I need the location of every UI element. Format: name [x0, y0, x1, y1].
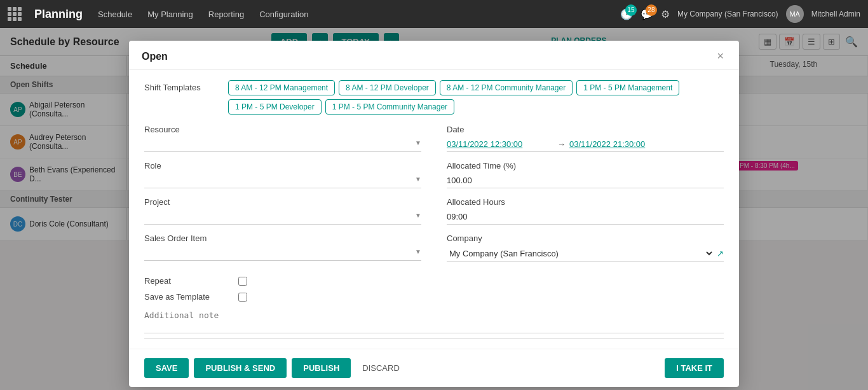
resource-label: Resource	[144, 125, 421, 134]
repeat-label: Repeat	[144, 276, 233, 286]
resource-input[interactable]	[144, 137, 421, 152]
allocated-hours-input[interactable]	[447, 209, 724, 225]
allocated-time-field: Allocated Time (%)	[447, 161, 724, 188]
i-take-it-button[interactable]: I TAKE IT	[665, 358, 724, 378]
additional-note-area	[144, 308, 724, 338]
external-link-icon[interactable]: ↗	[717, 249, 724, 258]
resource-field: Resource ▼	[144, 125, 421, 152]
shift-templates-section: Shift Templates 8 AM - 12 PM Management …	[144, 80, 724, 115]
role-input[interactable]	[144, 173, 421, 188]
sales-order-dropdown-arrow: ▼	[415, 248, 421, 255]
nav-link-schedule[interactable]: Schedule	[98, 10, 132, 19]
modal-footer: SAVE PUBLISH & SEND PUBLISH DISCARD I TA…	[129, 349, 739, 387]
role-dropdown-arrow: ▼	[415, 176, 421, 183]
discard-button[interactable]: DISCARD	[356, 358, 406, 378]
sales-order-item-field: Sales Order Item ▼	[144, 233, 421, 261]
project-field: Project ▼	[144, 197, 421, 225]
user-settings-icon[interactable]: ⚙	[661, 8, 670, 20]
modal-overlay: Open × Shift Templates 8 AM - 12 PM Mana…	[0, 28, 868, 390]
nav-link-configuration[interactable]: Configuration	[259, 10, 308, 19]
shift-template-btn-4[interactable]: 1 PM - 5 PM Developer	[228, 99, 322, 115]
additional-note-input[interactable]	[144, 308, 724, 333]
project-input[interactable]	[144, 209, 421, 225]
form-fields: Resource ▼ Role ▼	[144, 125, 724, 271]
project-input-wrap: ▼	[144, 209, 421, 225]
allocated-hours-label: Allocated Hours	[447, 197, 724, 207]
top-navbar: Planning Schedule My Planning Reporting …	[0, 0, 868, 28]
sales-order-input[interactable]	[144, 246, 421, 261]
company-field: Company My Company (San Francisco) ↗	[447, 233, 724, 262]
save-as-template-label: Save as Template	[144, 292, 233, 302]
publish-send-button[interactable]: PUBLISH & SEND	[194, 358, 287, 378]
modal-title: Open	[142, 51, 168, 62]
sales-order-item-label: Sales Order Item	[144, 233, 421, 243]
allocated-time-label: Allocated Time (%)	[447, 161, 724, 171]
shift-template-btn-2[interactable]: 8 AM - 12 PM Community Manager	[440, 80, 573, 95]
modal-header: Open ×	[129, 41, 739, 70]
open-shift-modal: Open × Shift Templates 8 AM - 12 PM Mana…	[129, 41, 739, 387]
project-dropdown-arrow: ▼	[415, 212, 421, 219]
company-select[interactable]: My Company (San Francisco)	[447, 248, 714, 259]
repeat-checkbox[interactable]	[238, 277, 247, 286]
allocated-hours-field: Allocated Hours	[447, 197, 724, 225]
shift-template-btn-1[interactable]: 8 AM - 12 PM Developer	[339, 80, 436, 95]
date-start-input[interactable]	[447, 139, 553, 149]
repeat-row: Repeat	[144, 276, 724, 286]
date-label: Date	[447, 125, 724, 134]
save-as-template-row: Save as Template	[144, 292, 724, 302]
role-field: Role ▼	[144, 161, 421, 188]
company-label: Company	[447, 233, 724, 243]
resource-dropdown-arrow: ▼	[415, 139, 421, 146]
modal-body: Shift Templates 8 AM - 12 PM Management …	[129, 70, 739, 349]
shift-templates-buttons: 8 AM - 12 PM Management 8 AM - 12 PM Dev…	[228, 80, 724, 115]
resource-input-wrap: ▼	[144, 137, 421, 152]
company-label: My Company (San Francisco)	[677, 10, 778, 18]
checkboxes-section: Repeat Save as Template	[144, 276, 724, 302]
nav-link-my-planning[interactable]: My Planning	[147, 10, 193, 19]
apps-grid-icon[interactable]	[8, 7, 22, 21]
topnav-right: 🕐 15 💬 28 ⚙ My Company (San Francisco) M…	[620, 5, 860, 23]
notification-badge-2[interactable]: 💬 28	[641, 8, 653, 20]
form-left-col: Resource ▼ Role ▼	[144, 125, 421, 271]
role-input-wrap: ▼	[144, 173, 421, 188]
shift-template-btn-5[interactable]: 1 PM - 5 PM Community Manager	[325, 99, 454, 115]
page-area: Schedule by Resource ADD ‹ TODAY › PLAN …	[0, 28, 868, 390]
modal-close-button[interactable]: ×	[714, 50, 726, 63]
company-input-wrap: My Company (San Francisco) ↗	[447, 246, 724, 262]
role-label: Role	[144, 161, 421, 171]
allocated-time-input[interactable]	[447, 173, 724, 188]
date-range-arrow: →	[557, 139, 566, 149]
app-logo: Planning	[34, 8, 83, 21]
user-name: Mitchell Admin	[811, 10, 860, 18]
date-range-input: →	[447, 137, 724, 152]
publish-button[interactable]: PUBLISH	[292, 358, 351, 378]
date-field: Date →	[447, 125, 724, 152]
shift-template-btn-3[interactable]: 1 PM - 5 PM Management	[576, 80, 679, 95]
shift-templates-label: Shift Templates	[144, 80, 220, 92]
user-avatar[interactable]: MA	[786, 5, 804, 23]
shift-template-btn-0[interactable]: 8 AM - 12 PM Management	[228, 80, 335, 95]
nav-link-reporting[interactable]: Reporting	[208, 10, 244, 19]
sales-order-input-wrap: ▼	[144, 246, 421, 261]
project-label: Project	[144, 197, 421, 207]
save-as-template-checkbox[interactable]	[238, 293, 247, 302]
nav-links: Schedule My Planning Reporting Configura…	[98, 10, 308, 19]
notification-badge-1[interactable]: 🕐 15	[620, 8, 633, 20]
save-button[interactable]: SAVE	[144, 358, 189, 378]
date-end-input[interactable]	[569, 139, 676, 149]
form-right-col: Date → Allocated Time (%)	[447, 125, 724, 271]
